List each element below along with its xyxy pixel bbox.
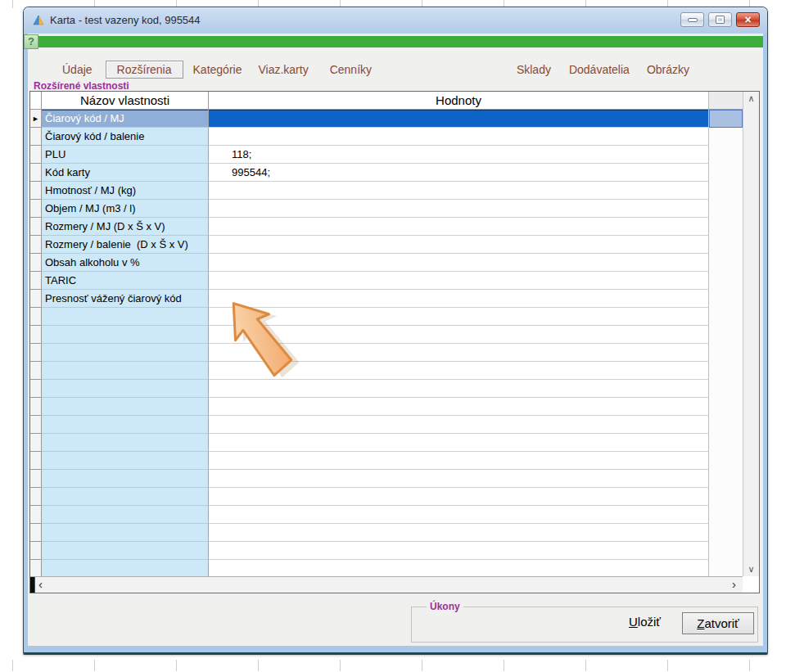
- property-name-cell[interactable]: [42, 434, 209, 452]
- row-selector[interactable]: [30, 452, 42, 470]
- scroll-right-icon[interactable]: ›: [732, 577, 736, 592]
- property-name-cell[interactable]: [42, 470, 209, 488]
- table-row[interactable]: [30, 308, 743, 326]
- property-value-cell[interactable]: [209, 236, 709, 254]
- tab-cenniky[interactable]: Cenníky: [330, 63, 372, 76]
- table-row[interactable]: PLU 118;: [30, 146, 743, 164]
- property-name-cell[interactable]: Čiarový kód / MJ: [42, 110, 209, 128]
- row-selector[interactable]: [30, 560, 42, 576]
- property-value-cell[interactable]: [209, 218, 709, 236]
- tab-udaje[interactable]: Údaje: [62, 63, 93, 76]
- property-value-cell[interactable]: [209, 254, 709, 272]
- property-name-cell[interactable]: [42, 452, 209, 470]
- table-row[interactable]: [30, 524, 743, 542]
- property-value-cell[interactable]: [209, 488, 709, 506]
- property-value-cell[interactable]: 995544;: [209, 164, 709, 182]
- save-button[interactable]: Uložiť: [629, 615, 661, 629]
- property-value-cell[interactable]: 118;: [209, 146, 709, 164]
- property-name-cell[interactable]: Hmotnosť / MJ (kg): [42, 182, 209, 200]
- help-button[interactable]: ?: [24, 34, 38, 49]
- table-row[interactable]: [30, 506, 743, 524]
- table-row[interactable]: Obsah alkoholu v %: [30, 254, 743, 272]
- row-selector[interactable]: [30, 380, 42, 398]
- maximize-button[interactable]: [708, 12, 732, 27]
- table-row[interactable]: [30, 452, 743, 470]
- row-selector[interactable]: [30, 290, 42, 308]
- property-name-cell[interactable]: [42, 326, 209, 344]
- property-name-cell[interactable]: TARIC: [42, 272, 209, 290]
- property-name-cell[interactable]: [42, 542, 209, 560]
- table-row[interactable]: [30, 434, 743, 452]
- row-selector[interactable]: [30, 128, 42, 146]
- table-row[interactable]: ► Čiarový kód / MJ: [30, 110, 743, 128]
- row-selector[interactable]: [30, 362, 42, 380]
- row-selector[interactable]: [30, 524, 42, 542]
- property-value-cell[interactable]: [209, 272, 709, 290]
- table-row[interactable]: Rozmery / balenie (D x Š x V): [30, 236, 743, 254]
- property-name-cell[interactable]: [42, 560, 209, 576]
- row-selector[interactable]: [30, 308, 42, 326]
- table-row[interactable]: [30, 560, 743, 576]
- table-row[interactable]: [30, 542, 743, 560]
- horizontal-scrollbar[interactable]: ‹ ›: [30, 576, 743, 593]
- table-row[interactable]: [30, 488, 743, 506]
- property-name-cell[interactable]: PLU: [42, 146, 209, 164]
- property-value-cell[interactable]: [209, 182, 709, 200]
- property-value-cell[interactable]: [209, 128, 709, 146]
- property-name-cell[interactable]: [42, 524, 209, 542]
- row-selector[interactable]: [30, 200, 42, 218]
- property-name-cell[interactable]: [42, 380, 209, 398]
- table-row[interactable]: [30, 362, 743, 380]
- header-name[interactable]: Názov vlastnosti: [42, 92, 209, 110]
- property-value-cell[interactable]: [209, 470, 709, 488]
- property-value-cell[interactable]: [209, 110, 709, 128]
- row-selector[interactable]: [30, 272, 42, 290]
- property-value-cell[interactable]: [209, 362, 709, 380]
- table-row[interactable]: [30, 344, 743, 362]
- row-selector[interactable]: [30, 326, 42, 344]
- vertical-scrollbar[interactable]: ∧ ∨: [743, 92, 759, 576]
- property-name-cell[interactable]: [42, 308, 209, 326]
- property-name-cell[interactable]: Kód karty: [42, 164, 209, 182]
- property-value-cell[interactable]: [209, 398, 709, 416]
- row-selector[interactable]: [30, 434, 42, 452]
- table-row[interactable]: [30, 470, 743, 488]
- property-name-cell[interactable]: Čiarový kód / balenie: [42, 128, 209, 146]
- property-value-cell[interactable]: [209, 326, 709, 344]
- table-row[interactable]: Presnosť vážený čiarový kód: [30, 290, 743, 308]
- table-row[interactable]: Objem / MJ (m3 / l): [30, 200, 743, 218]
- table-row[interactable]: TARIC: [30, 272, 743, 290]
- tab-sklady[interactable]: Sklady: [517, 63, 551, 76]
- property-value-cell[interactable]: [209, 524, 709, 542]
- scroll-left-icon[interactable]: ‹: [38, 577, 43, 592]
- property-value-cell[interactable]: [209, 308, 709, 326]
- row-selector[interactable]: [30, 164, 42, 182]
- splitter-handle[interactable]: [30, 577, 35, 593]
- row-selector[interactable]: [30, 236, 42, 254]
- property-name-cell[interactable]: [42, 506, 209, 524]
- minimize-button[interactable]: [680, 12, 704, 27]
- tab-obrazky[interactable]: Obrázky: [647, 63, 689, 76]
- table-row[interactable]: [30, 398, 743, 416]
- row-selector[interactable]: [30, 344, 42, 362]
- row-selector[interactable]: [30, 398, 42, 416]
- row-selector[interactable]: ►: [30, 110, 42, 128]
- row-selector[interactable]: [30, 470, 42, 488]
- table-row[interactable]: [30, 416, 743, 434]
- table-row[interactable]: Hmotnosť / MJ (kg): [30, 182, 743, 200]
- property-value-cell[interactable]: [209, 290, 709, 308]
- tab-viaz-karty[interactable]: Viaz.karty: [258, 63, 308, 76]
- scroll-up-icon[interactable]: ∧: [743, 92, 759, 106]
- table-row[interactable]: Čiarový kód / balenie: [30, 128, 743, 146]
- property-value-cell[interactable]: [209, 200, 709, 218]
- property-name-cell[interactable]: [42, 398, 209, 416]
- tab-dodavatelia[interactable]: Dodávatelia: [569, 63, 630, 76]
- row-selector[interactable]: [30, 506, 42, 524]
- property-value-cell[interactable]: [209, 452, 709, 470]
- row-selector[interactable]: [30, 542, 42, 560]
- close-button[interactable]: ×: [736, 12, 760, 27]
- property-value-cell[interactable]: [209, 542, 709, 560]
- property-value-cell[interactable]: [209, 560, 709, 576]
- property-name-cell[interactable]: Rozmery / MJ (D x Š x V): [42, 218, 209, 236]
- row-selector[interactable]: [30, 416, 42, 434]
